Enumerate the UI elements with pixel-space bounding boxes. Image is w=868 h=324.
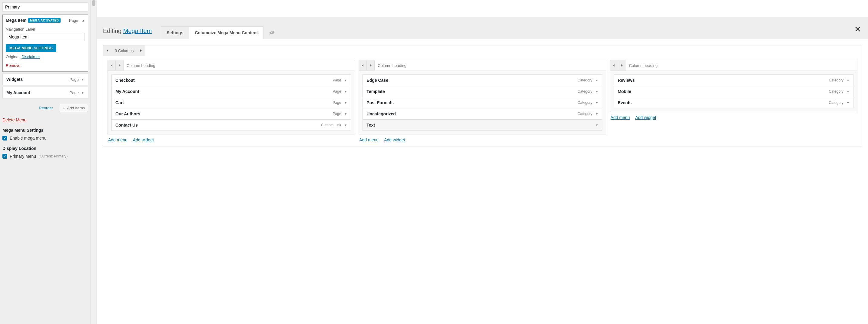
column-heading-input[interactable] [124, 61, 355, 70]
mega-menu-settings-heading: Mega Menu Settings [2, 128, 88, 133]
item-title: My Account [115, 89, 139, 94]
column-header [610, 60, 857, 71]
add-menu-link[interactable]: Add menu [108, 137, 127, 142]
column-item[interactable]: My AccountPage▼ [112, 86, 351, 97]
reorder-link[interactable]: Reorder [39, 106, 53, 110]
item-type: Category [578, 89, 592, 94]
columns-count-label: 3 Columns [112, 48, 136, 53]
original-page-link[interactable]: Disclaimer [22, 55, 40, 59]
column-item[interactable]: CartPage▼ [112, 97, 351, 108]
plus-icon: + [62, 106, 65, 110]
move-column-right-button[interactable] [367, 60, 375, 70]
move-column-left-button[interactable] [359, 60, 367, 70]
menu-item-type: Page [69, 18, 78, 23]
item-type: Page [333, 100, 341, 105]
menu-item-collapsed[interactable]: My Account Page▼ [2, 87, 88, 98]
item-type: Category [829, 89, 843, 94]
chevron-down-icon: ▼ [595, 79, 598, 82]
item-title: Template [367, 89, 384, 94]
add-items-button[interactable]: + Add Items [59, 104, 88, 112]
nav-label-caption: Navigation Label [6, 27, 85, 32]
item-title: Events [618, 100, 632, 105]
display-location-checkbox[interactable]: ✓ Primary Menu (Current: Primary) [2, 154, 88, 159]
item-title: Edge Case [367, 78, 388, 83]
add-widget-link[interactable]: Add widget [133, 137, 154, 142]
column-item[interactable]: MobileCategory▼ [614, 86, 854, 97]
item-title: Checkout [115, 78, 135, 83]
columns-row: CheckoutPage▼ My AccountPage▼ CartPage▼ … [103, 56, 862, 147]
item-title: Post Formats [367, 100, 394, 105]
item-type: Category [578, 78, 592, 83]
menu-item-type: Page [70, 91, 79, 95]
mega-menu-settings-button[interactable]: MEGA MENU SETTINGS [6, 44, 56, 52]
chevron-down-icon: ▼ [81, 78, 84, 81]
item-title: Text [367, 123, 375, 128]
menu-item-collapsed[interactable]: Widgets Page▼ [2, 73, 88, 85]
visibility-off-icon[interactable] [264, 27, 280, 39]
mega-column: CheckoutPage▼ My AccountPage▼ CartPage▼ … [107, 60, 355, 142]
add-menu-link[interactable]: Add menu [359, 137, 379, 142]
column-item[interactable]: Text▼ [363, 119, 602, 131]
menu-item-type: Page [70, 77, 79, 82]
item-type: Category [829, 100, 843, 105]
mega-editor-toolbar: Editing Mega Item Settings Columnize Meg… [97, 17, 868, 39]
add-widget-link[interactable]: Add widget [635, 115, 656, 120]
mega-column: ReviewsCategory▼ MobileCategory▼ EventsC… [610, 60, 858, 120]
remove-menu-item-link[interactable]: Remove [6, 63, 20, 68]
chevron-down-icon: ▼ [595, 101, 598, 104]
mega-column: Edge CaseCategory▼ TemplateCategory▼ Pos… [359, 60, 606, 142]
menu-name-input[interactable] [2, 2, 88, 11]
column-item[interactable]: UncategorizedCategory▼ [363, 108, 602, 120]
chevron-down-icon: ▼ [846, 101, 849, 104]
item-type: Category [829, 78, 843, 83]
close-icon[interactable] [855, 23, 862, 39]
column-item[interactable]: Our AuthorsPage▼ [112, 108, 351, 120]
delete-menu-link[interactable]: Delete Menu [2, 118, 26, 122]
columns-frame: 3 Columns CheckoutPage▼ My AccountPage▼ [103, 45, 862, 147]
column-item[interactable]: TemplateCategory▼ [363, 86, 602, 97]
add-menu-link[interactable]: Add menu [611, 115, 630, 120]
move-column-left-button[interactable] [610, 60, 618, 70]
chevron-down-icon: ▼ [344, 79, 347, 82]
item-title: Our Authors [115, 111, 140, 116]
column-item[interactable]: EventsCategory▼ [614, 97, 854, 108]
display-location-label: Primary Menu [10, 154, 36, 159]
increase-columns-button[interactable] [136, 45, 145, 56]
preview-pane: Editing Mega Item Settings Columnize Meg… [97, 0, 868, 324]
item-title: Uncategorized [367, 111, 396, 116]
collapse-up-icon[interactable]: ▲ [80, 19, 85, 22]
item-type: Page [333, 112, 341, 116]
columnize-panel: 3 Columns CheckoutPage▼ My AccountPage▼ [97, 39, 868, 153]
editing-target-link[interactable]: Mega Item [123, 28, 152, 34]
tab-settings[interactable]: Settings [161, 26, 189, 39]
column-header [359, 60, 606, 71]
sidebar-scrollbar[interactable] [91, 0, 97, 324]
column-item[interactable]: ReviewsCategory▼ [614, 74, 854, 86]
decrease-columns-button[interactable] [103, 45, 112, 56]
move-column-left-button[interactable] [108, 60, 116, 70]
add-items-label: Add Items [67, 106, 85, 110]
column-item[interactable]: Post FormatsCategory▼ [363, 97, 602, 108]
column-item[interactable]: Edge CaseCategory▼ [363, 74, 602, 86]
column-items: Edge CaseCategory▼ TemplateCategory▼ Pos… [359, 71, 606, 134]
add-widget-link[interactable]: Add widget [384, 137, 405, 142]
column-items: ReviewsCategory▼ MobileCategory▼ EventsC… [610, 71, 857, 112]
chevron-down-icon: ▼ [595, 112, 598, 116]
column-heading-input[interactable] [375, 61, 606, 70]
chevron-down-icon: ▼ [344, 101, 347, 104]
item-type: Custom Link [321, 123, 341, 127]
column-heading-input[interactable] [626, 61, 857, 70]
tab-columnize[interactable]: Columnize Mega Menu Content [189, 26, 264, 39]
enable-mega-menu-label: Enable mega menu [10, 136, 46, 140]
nav-label-input[interactable] [6, 33, 85, 41]
move-column-right-button[interactable] [618, 60, 626, 70]
menu-item-title: My Account [6, 90, 30, 95]
item-title: Contact Us [115, 123, 138, 128]
display-location-heading: Display Location [2, 146, 88, 151]
enable-mega-menu-checkbox[interactable]: ✓ Enable mega menu [2, 136, 88, 140]
menu-item-header[interactable]: Mega Item MEGA ACTIVATED Page ▲ [6, 18, 85, 23]
column-item[interactable]: Contact UsCustom Link▼ [112, 119, 351, 131]
move-column-right-button[interactable] [116, 60, 124, 70]
column-item[interactable]: CheckoutPage▼ [112, 74, 351, 86]
item-type: Page [333, 78, 341, 83]
